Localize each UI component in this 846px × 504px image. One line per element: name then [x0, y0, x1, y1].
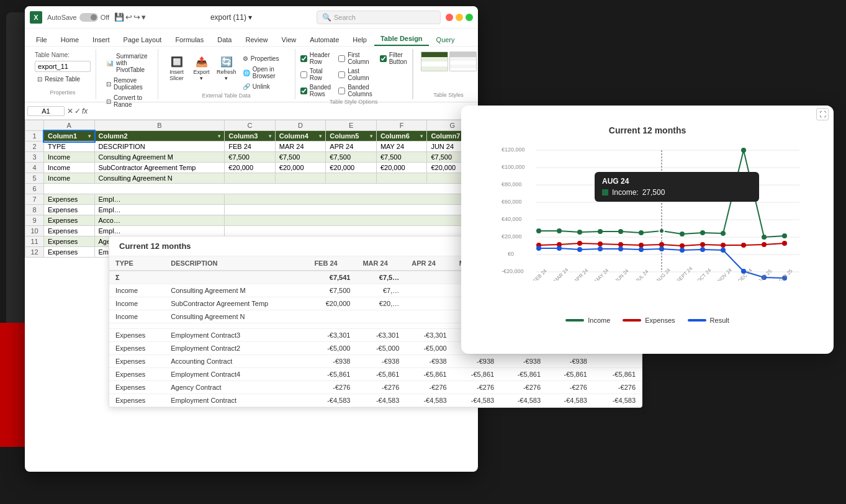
- tab-page-layout[interactable]: Page Layout: [117, 34, 168, 46]
- style-thumb-2[interactable]: [449, 52, 477, 71]
- tab-file[interactable]: File: [30, 34, 53, 46]
- mar24-cell[interactable]: €7,…: [356, 284, 405, 297]
- apr24-cell[interactable]: -€5,000: [405, 342, 452, 355]
- tab-query[interactable]: Query: [430, 34, 461, 46]
- cell-b7[interactable]: Empl…: [94, 194, 225, 205]
- save-icon[interactable]: 💾: [114, 12, 124, 22]
- tab-data[interactable]: Data: [211, 34, 238, 46]
- col-header-b[interactable]: B: [94, 120, 225, 131]
- cell-a3[interactable]: Income: [44, 152, 95, 163]
- feb24-cell[interactable]: [308, 310, 356, 323]
- feb24-cell[interactable]: -€3,301: [308, 329, 356, 342]
- desc-cell[interactable]: Consulting Agreement N: [164, 310, 308, 323]
- cell-f2[interactable]: MAY 24: [376, 142, 427, 152]
- apr24-cell[interactable]: -€4,583: [405, 394, 452, 407]
- type-cell[interactable]: Income: [109, 310, 164, 323]
- type-cell[interactable]: Income: [109, 297, 164, 310]
- cell-e2[interactable]: APR 24: [326, 142, 377, 152]
- cell-e5[interactable]: [326, 173, 377, 184]
- cell-d5[interactable]: [275, 173, 326, 184]
- type-cell[interactable]: Expenses: [109, 381, 164, 394]
- close-button[interactable]: [446, 14, 453, 21]
- jul24-cell[interactable]: -€4,583: [547, 394, 593, 407]
- tab-automate[interactable]: Automate: [304, 34, 345, 46]
- col-header-f[interactable]: F: [376, 120, 427, 131]
- unlink-button[interactable]: 🔗 Unlink: [240, 82, 287, 91]
- aug24-cell[interactable]: -€5,861: [593, 368, 642, 381]
- more-icon[interactable]: ▾: [142, 12, 146, 22]
- may24-cell[interactable]: -€276: [453, 381, 500, 394]
- insert-slicer-button[interactable]: 🔲 InsertSlicer: [166, 52, 188, 84]
- cell-c2[interactable]: FEB 24: [225, 142, 276, 152]
- cell-d4[interactable]: €20,000: [275, 163, 326, 173]
- tab-review[interactable]: Review: [239, 34, 274, 46]
- cell-a8[interactable]: Expenses: [44, 205, 95, 215]
- minimize-button[interactable]: [456, 14, 463, 21]
- col-header-d[interactable]: D: [275, 120, 326, 131]
- type-cell[interactable]: Income: [109, 284, 164, 297]
- desc-cell[interactable]: Agency Contract: [164, 381, 308, 394]
- may24-cell[interactable]: -€5,861: [453, 368, 500, 381]
- style-thumb-1[interactable]: [421, 52, 448, 71]
- cell-b1[interactable]: Column2▾: [94, 131, 225, 142]
- cell-b3[interactable]: Consulting Agreement M: [94, 152, 225, 163]
- tab-insert[interactable]: Insert: [86, 34, 116, 46]
- mar24-cell[interactable]: -€3,301: [356, 329, 405, 342]
- cell-f1[interactable]: Column6▾: [376, 131, 427, 142]
- tab-help[interactable]: Help: [346, 34, 373, 46]
- cell-a5[interactable]: Income: [44, 173, 95, 184]
- check-icon[interactable]: ✓: [74, 107, 81, 115]
- cell-c3[interactable]: €7,500: [225, 152, 276, 163]
- cell-a9[interactable]: Expenses: [44, 215, 95, 226]
- cell-row6[interactable]: [44, 184, 478, 194]
- cell-c4[interactable]: €20,000: [225, 163, 276, 173]
- col-header-e[interactable]: E: [326, 120, 377, 131]
- desc-cell[interactable]: Consulting Agreement M: [164, 284, 308, 297]
- cell-a7[interactable]: Expenses: [44, 194, 95, 205]
- export-button[interactable]: 📤 Export ▾: [191, 52, 213, 84]
- remove-duplicates-button[interactable]: ⊡ Remove Duplicates: [104, 76, 150, 92]
- apr24-cell[interactable]: [405, 297, 452, 310]
- total-row-checkbox[interactable]: [300, 71, 307, 78]
- feb24-cell[interactable]: -€5,861: [308, 368, 356, 381]
- cell-c1[interactable]: Column3▾: [225, 131, 276, 142]
- desc-cell[interactable]: Employment Contract: [164, 394, 308, 407]
- cell-e4[interactable]: €20,000: [326, 163, 377, 173]
- mar24-cell[interactable]: -€5,861: [356, 368, 405, 381]
- feb24-cell[interactable]: €7,500: [308, 284, 356, 297]
- apr24-cell[interactable]: -€3,301: [405, 329, 452, 342]
- aug24-cell[interactable]: -€276: [593, 381, 642, 394]
- redo-icon[interactable]: ↪: [133, 12, 140, 22]
- cell-b9[interactable]: Acco…: [94, 215, 225, 226]
- cell-a11[interactable]: Expenses: [44, 236, 95, 247]
- filter-button-checkbox[interactable]: [380, 55, 387, 62]
- aug24-cell[interactable]: -€4,583: [593, 394, 642, 407]
- resize-table-button[interactable]: ⊡ Resize Table: [35, 74, 91, 84]
- cell-a1[interactable]: Column1▾: [44, 131, 95, 142]
- cell-d2[interactable]: MAR 24: [275, 142, 326, 152]
- header-row-checkbox[interactable]: [300, 55, 307, 62]
- cell-b2[interactable]: DESCRIPTION: [94, 142, 225, 152]
- cell-a10[interactable]: Expenses: [44, 226, 95, 236]
- cell-b8[interactable]: Empl…: [94, 205, 225, 215]
- type-cell[interactable]: Expenses: [109, 342, 164, 355]
- cell-a12[interactable]: Expenses: [44, 247, 95, 258]
- cell-f3[interactable]: €7,500: [376, 152, 427, 163]
- cell-d1[interactable]: Column4▾: [275, 131, 326, 142]
- chart-expand-button[interactable]: ⛶: [816, 108, 829, 120]
- search-bar[interactable]: 🔍 Search: [317, 11, 441, 24]
- cell-b10[interactable]: Empl…: [94, 226, 225, 236]
- formula-input[interactable]: [90, 107, 475, 115]
- properties-button[interactable]: ⚙ Properties: [240, 54, 287, 63]
- type-cell[interactable]: Expenses: [109, 355, 164, 368]
- cell-f5[interactable]: [376, 173, 427, 184]
- may24-cell[interactable]: -€4,583: [453, 394, 500, 407]
- feb24-cell[interactable]: -€938: [308, 355, 356, 368]
- aug24-cell[interactable]: [593, 355, 642, 368]
- jul24-cell[interactable]: -€938: [547, 355, 593, 368]
- jul24-cell[interactable]: -€5,861: [547, 368, 593, 381]
- mar24-cell[interactable]: -€276: [356, 381, 405, 394]
- may24-cell[interactable]: -€938: [453, 355, 500, 368]
- open-browser-button[interactable]: 🌐 Open in Browser: [240, 65, 287, 81]
- tab-formulas[interactable]: Formulas: [169, 34, 210, 46]
